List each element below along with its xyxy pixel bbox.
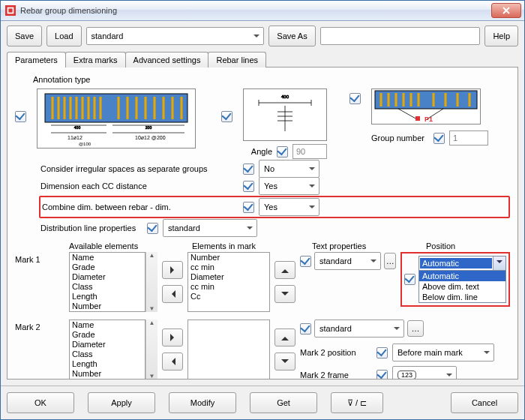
app-icon [5, 5, 16, 16]
mark1-textprops-select[interactable]: standard [314, 252, 381, 270]
tabstrip: Parameters Extra marks Advanced settings… [7, 51, 524, 67]
cancel-button[interactable]: Cancel [451, 392, 518, 413]
angle-label: Angle [251, 147, 272, 156]
preset-name-input[interactable] [320, 27, 481, 45]
svg-text:P1: P1 [424, 116, 433, 123]
angle-input[interactable]: 90 [292, 144, 327, 159]
opt-eachcc-select[interactable]: Yes [259, 177, 320, 195]
mark1-position-dropdown[interactable]: Automatic Above dim. text Below dim. lin… [418, 271, 506, 303]
position-option-automatic[interactable]: Automatic [419, 271, 506, 281]
opt-combine-highlight: Combine dim. between rebar - dim. Yes [39, 196, 510, 218]
ok-button[interactable]: OK [7, 392, 74, 413]
col-inmark-label: Elements in mark [192, 242, 290, 250]
load-button[interactable]: Load [46, 26, 81, 46]
opt-irregular-check[interactable] [243, 164, 254, 175]
mark2-remove-button[interactable] [162, 352, 183, 370]
svg-text:11ø12: 11ø12 [68, 135, 82, 140]
mark1-textprops-browse[interactable]: … [384, 253, 396, 269]
annotation-preview-2: 400 Angle 90 [243, 88, 327, 159]
get-button[interactable]: Get [250, 392, 317, 413]
mark1-inmark-list[interactable]: Numbercc minDiametercc minCc [188, 252, 270, 312]
mark2-label: Mark 2 [15, 320, 64, 332]
preset-select[interactable]: standard [86, 27, 265, 45]
dialog-footer: OK Apply Modify Get ⊽ / ⊏ Cancel [1, 386, 524, 419]
mark1-down-button[interactable] [274, 285, 296, 303]
mark1-up-button[interactable] [274, 261, 296, 279]
preset-bar: Save Load standard Save As Help [1, 21, 524, 51]
window-close-button[interactable] [491, 3, 521, 18]
annotation-type-label: Annotation type [33, 75, 510, 84]
scrollbar[interactable]: ▲▼ [146, 320, 158, 380]
mark1-position-select[interactable]: Automatic [418, 256, 506, 271]
mark2-position-select[interactable]: Before main mark [392, 344, 494, 362]
mark2-add-button[interactable] [162, 328, 183, 346]
annotation-preview-1: 400 200 11ø12 @100 10ø12 @200 [37, 88, 196, 148]
opt-irregular-label: Consider irregular spaces as separate gr… [40, 164, 243, 173]
svg-text:@100: @100 [79, 142, 92, 146]
modify-button[interactable]: Modify [169, 392, 236, 413]
mark2-textprops-check[interactable] [300, 323, 311, 334]
apply-button[interactable]: Apply [88, 392, 155, 413]
col-available-label: Available elements [69, 242, 170, 250]
svg-text:200: 200 [146, 125, 152, 130]
group-number-input[interactable]: 1 [449, 130, 488, 146]
tab-parameters[interactable]: Parameters [7, 52, 66, 68]
svg-text:10ø12 @200: 10ø12 @200 [135, 135, 166, 140]
opt-combine-select[interactable]: Yes [259, 198, 320, 216]
mark2-frame-select[interactable]: 123 [392, 366, 457, 380]
toggle-checks-button[interactable]: ⊽ / ⊏ [331, 392, 383, 413]
tab-content: Annotation type 400 200 11ø12 [7, 67, 518, 380]
angle-check[interactable] [277, 146, 288, 158]
save-button[interactable]: Save [7, 26, 42, 46]
scrollbar[interactable]: ▲▼ [146, 252, 158, 312]
svg-rect-51 [416, 116, 420, 121]
mark1-available-list[interactable]: NameGradeDiameterClassLengthNumber [69, 252, 146, 312]
annotation-2-check[interactable] [221, 111, 232, 122]
annotation-3-check[interactable] [350, 93, 361, 104]
group-number-check[interactable] [434, 133, 445, 144]
window-title: Rebar group dimensioning [20, 6, 488, 15]
mark2-available-list[interactable]: NameGradeDiameterClassLengthNumber [69, 320, 146, 380]
svg-rect-38 [375, 91, 477, 109]
mark2-textprops-select[interactable]: standard [314, 320, 404, 338]
svg-rect-3 [45, 94, 188, 122]
position-highlight: Automatic Automatic Above dim. text Belo… [400, 252, 510, 307]
mark1-label: Mark 1 [15, 252, 64, 264]
svg-text:400: 400 [74, 125, 81, 130]
annotation-preview-3: P1 Group number 1 [371, 88, 488, 146]
mark2-frame-check[interactable] [376, 370, 388, 380]
help-button[interactable]: Help [484, 26, 518, 46]
titlebar: Rebar group dimensioning [1, 1, 524, 21]
saveas-button[interactable]: Save As [268, 26, 315, 46]
col-textprops-label: Text properties [312, 242, 411, 250]
tab-rebar-lines[interactable]: Rebar lines [208, 52, 266, 68]
svg-text:400: 400 [281, 94, 290, 99]
mark1-position-check[interactable] [404, 274, 416, 285]
mark2-frame-label: Mark 2 frame [300, 370, 372, 380]
opt-irregular-select[interactable]: No [259, 160, 320, 178]
opt-distline-check[interactable] [147, 223, 158, 234]
opt-combine-label: Combine dim. between rebar - dim. [42, 202, 243, 212]
tab-advanced-settings[interactable]: Advanced settings [125, 52, 209, 68]
svg-rect-2 [8, 8, 12, 12]
position-option-below[interactable]: Below dim. line [419, 292, 506, 302]
mark1-textprops-check[interactable] [300, 256, 311, 267]
opt-eachcc-check[interactable] [243, 181, 254, 192]
opt-combine-check[interactable] [243, 202, 254, 213]
mark2-down-button[interactable] [274, 352, 296, 370]
mark2-up-button[interactable] [274, 328, 296, 346]
annotation-1-check[interactable] [15, 111, 26, 122]
position-option-above[interactable]: Above dim. text [419, 281, 506, 292]
mark1-remove-button[interactable] [162, 285, 183, 303]
mark2-inmark-list[interactable] [188, 320, 270, 380]
mark2-position-check[interactable] [376, 347, 388, 358]
mark2-position-label: Mark 2 position [300, 348, 372, 357]
tab-extra-marks[interactable]: Extra marks [65, 52, 126, 68]
svg-line-49 [398, 109, 417, 119]
col-position-label: Position [426, 242, 455, 250]
opt-distline-select[interactable]: standard [163, 219, 257, 237]
group-number-label: Group number [371, 134, 424, 142]
mark1-add-button[interactable] [162, 261, 183, 279]
mark2-textprops-browse[interactable]: … [407, 320, 424, 337]
opt-distline-label: Distribution line properties [40, 224, 147, 232]
